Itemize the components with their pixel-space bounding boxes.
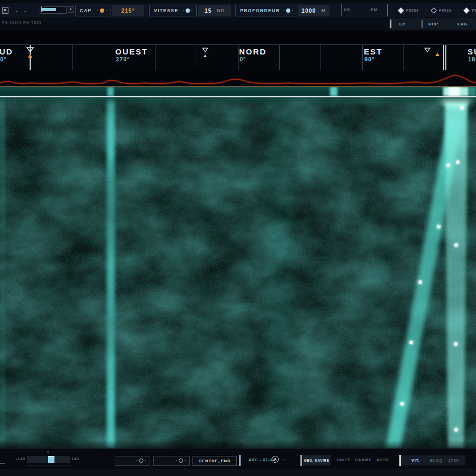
slider-option-button[interactable]: [68, 6, 74, 13]
bearing-marker-icon[interactable]: [202, 48, 208, 58]
divider: [422, 20, 423, 28]
gain-zero-tick: 0: [47, 450, 49, 453]
tab-ep[interactable]: EP: [399, 22, 406, 26]
sonar-contact-dot[interactable]: [409, 341, 413, 344]
profondeur-knob-icon[interactable]: [283, 8, 297, 13]
profondeur-value-display: 1000 M: [298, 5, 329, 16]
toolbar-row-secondary: PG 05271 FW TS85 EP HCP ERG: [0, 17, 476, 31]
profondeur-label: PROFONDEUR: [236, 8, 283, 13]
cap-control[interactable]: CAP: [75, 5, 111, 16]
gain-slider-handle[interactable]: [48, 456, 54, 463]
top-toolbar: ▴ ▴ CAP 215° VITESSE 15 ND PROFOND: [0, 0, 476, 31]
profondeur-control[interactable]: PROFONDEUR: [235, 5, 297, 16]
cap-label: CAP: [76, 8, 97, 13]
mode-em-button[interactable]: EM: [371, 8, 378, 12]
heading-pointer-icon: [435, 52, 440, 57]
heading-line: [443, 45, 444, 71]
vitesse-unit: ND: [217, 8, 225, 13]
cap-value-display: 215°: [112, 5, 144, 16]
brightness-slider[interactable]: [40, 6, 67, 14]
bottom-toolbar: -140 0 140 CENTRE_PNB ARC - 87-34 A GEO.…: [0, 448, 476, 476]
divider: [341, 4, 342, 16]
option-unite[interactable]: UNITÉ: [337, 458, 351, 462]
divider: [300, 455, 302, 466]
caret-up-icon[interactable]: ▴: [16, 9, 18, 13]
vit-mode[interactable]: BLOQ: [430, 459, 443, 462]
caret-up-icon[interactable]: ▴: [24, 9, 26, 13]
option-auto[interactable]: AUTO: [377, 458, 389, 462]
cap-knob-icon[interactable]: [97, 8, 111, 13]
device-id-label: PG 05271 FW TS85: [2, 21, 42, 24]
sonar-contact-dot[interactable]: [454, 243, 458, 247]
cap-value: 215°: [121, 7, 135, 14]
vitesse-control[interactable]: VITESSE: [149, 5, 197, 16]
geo-navire-button[interactable]: GEO. NAVIRE: [303, 455, 331, 465]
tab-hcp[interactable]: HCP: [428, 22, 438, 26]
sonar-contact-dot[interactable]: [456, 160, 460, 164]
vit-label: VIT.: [411, 459, 420, 462]
contact-layer: [0, 97, 476, 448]
rotary-knob-icon[interactable]: [176, 459, 186, 463]
vitesse-value: 15: [205, 7, 212, 14]
diamond-icon: [398, 7, 404, 13]
sensor-indicator[interactable]: P8032: [458, 8, 476, 13]
sonar-contact-dot[interactable]: [460, 106, 464, 109]
display-icon[interactable]: [2, 7, 8, 14]
heading-line: [445, 45, 446, 71]
sonar-contact-dot[interactable]: [454, 428, 458, 432]
bearing-marker-icon[interactable]: [26, 47, 34, 59]
profondeur-value: 1000: [301, 7, 316, 14]
diamond-icon: [431, 7, 436, 13]
rotary-knob-icon[interactable]: [136, 459, 146, 463]
bearing-marker-icon[interactable]: [424, 48, 431, 54]
sensor-list: P8083P8032P8032: [392, 3, 476, 17]
sonar-contact-dot[interactable]: [454, 342, 457, 346]
gain-max-label: 140: [71, 457, 79, 461]
signal-trace: [0, 73, 476, 87]
sonar-station-screen: ▴ ▴ CAP 215° VITESSE 15 ND PROFOND: [0, 0, 476, 476]
vitesse-value-display: 15 ND: [198, 5, 231, 16]
divider: [239, 455, 241, 466]
sonar-waterfall-display[interactable]: [0, 97, 476, 448]
option-gamme[interactable]: GAMME: [355, 458, 372, 462]
dot-icon: [283, 459, 284, 460]
sonar-contact-dot[interactable]: [437, 225, 441, 228]
sonar-contact-dot[interactable]: [418, 280, 422, 284]
latest-scan-band: [0, 87, 476, 96]
vit-panel: VIT. BLOQ 2750: [401, 455, 465, 465]
tabs-panel: EP HCP ERG: [389, 18, 476, 30]
tab-erg[interactable]: ERG: [457, 22, 468, 26]
sensor-indicator[interactable]: P8083: [392, 8, 425, 13]
knob-control-1[interactable]: [115, 456, 150, 466]
sonar-contact-dot[interactable]: [400, 402, 404, 406]
profondeur-unit: M: [321, 8, 326, 13]
vitesse-knob-icon[interactable]: [183, 8, 196, 13]
edge-element: [0, 463, 5, 464]
divider: [390, 20, 391, 28]
compass-strip[interactable]: SUD 180° OUEST 270° NORD 0° EST 90° SUD …: [0, 44, 476, 71]
vitesse-label: VITESSE: [150, 8, 183, 13]
gain-slider[interactable]: [27, 456, 70, 463]
vit-value: 2750: [448, 459, 459, 462]
sonar-contact-dot[interactable]: [446, 163, 450, 167]
knob-control-2[interactable]: [153, 456, 190, 466]
mode-os-button[interactable]: OS: [344, 8, 350, 12]
marker-a-badge[interactable]: A: [272, 456, 279, 463]
centre-pnb-button[interactable]: CENTRE_PNB: [193, 456, 237, 466]
gain-min-label: -140: [16, 457, 25, 461]
toolbar-row-controls: ▴ ▴ CAP 215° VITESSE 15 ND PROFOND: [0, 3, 476, 17]
arc-readout: ARC - 87-34: [249, 458, 275, 462]
sensor-indicator[interactable]: P8032: [425, 8, 458, 13]
diamond-icon: [463, 7, 469, 13]
divider: [387, 4, 388, 16]
